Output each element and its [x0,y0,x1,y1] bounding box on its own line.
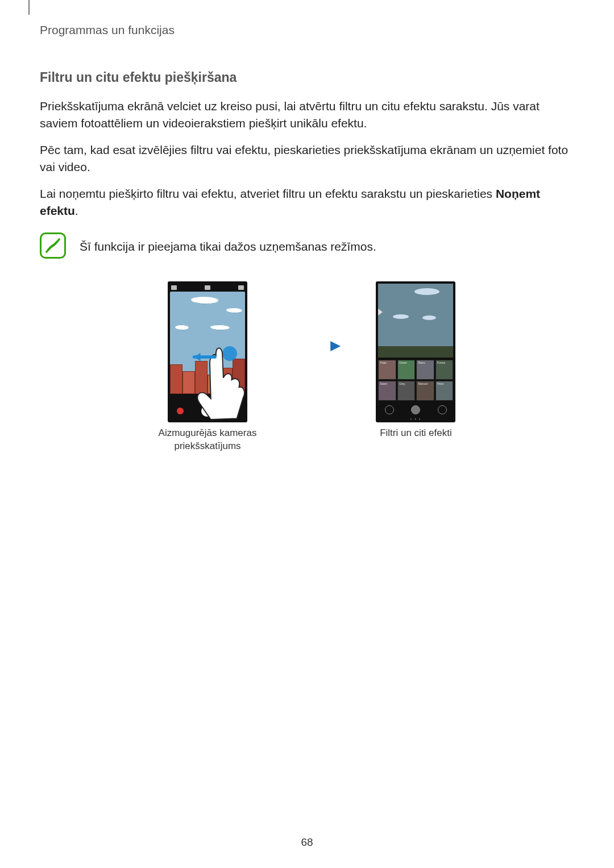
settings-icon [238,285,244,290]
record-icon [177,408,184,414]
face-icon [385,405,394,414]
subheading: Filtru un citu efektu piešķiršana [40,70,574,85]
page-number: 68 [0,836,614,849]
paragraph-3: Lai noņemtu piešķirto filtru vai efektu,… [40,185,574,220]
figure-right-caption: Filtri un citi efekti [380,427,452,440]
filter-thumb: Puķe [378,360,396,380]
filter-preview [378,284,453,358]
section-header: Programmas un funkcijas [40,23,574,37]
paragraph-3-c: . [75,204,78,217]
paragraph-3-a: Lai noņemtu piešķirto filtru vai efektu,… [40,187,496,200]
sticker-icon [438,405,447,414]
figure-right: Puķe Green Retro Forest Dawn Grey Maroon… [376,281,455,440]
flash-icon [205,285,210,290]
figure-row: Aizmugurējās kameras priekšskatījums [40,281,574,453]
note-text: Šī funkcija ir pieejama tikai dažos uzņe… [80,235,376,255]
filter-thumb: Green [397,360,416,380]
figure-left-caption: Aizmugurējās kameras priekšskatījums [159,427,257,453]
aspect-icon [171,285,177,290]
filter-thumb: Forest [435,360,454,380]
filter-grid: Puķe Green Retro Forest Dawn Grey Maroon… [378,360,453,401]
statusbar [171,285,244,290]
swipe-gesture-overlay [188,334,243,413]
figure-left-caption-line2: priekšskatījums [174,441,240,451]
paragraph-1: Priekšskatījuma ekrānā velciet uz kreiso… [40,98,574,132]
filter-icon [411,405,420,414]
filter-thumb: Retro [416,360,434,380]
pager-dots-icon: • • • [376,417,455,421]
filter-thumb: Grey [397,381,416,401]
page-edge-mark [28,0,30,15]
note-icon [40,232,66,259]
phone-filters: Puķe Green Retro Forest Dawn Grey Maroon… [376,281,455,422]
filter-thumb: Maroon [416,381,434,401]
filter-icon-row [376,405,455,414]
phone-preview [168,281,247,422]
chevron-left-icon [378,309,383,315]
filter-thumb: Haze [435,381,454,401]
note-callout: Šī funkcija ir pieejama tikai dažos uzņe… [40,235,574,259]
arrow-icon [291,338,342,357]
paragraph-2: Pēc tam, kad esat izvēlējies filtru vai … [40,142,574,176]
svg-marker-0 [194,352,201,361]
filter-thumb: Dawn [378,381,396,401]
figure-left: Aizmugurējās kameras priekšskatījums [159,281,257,453]
figure-left-caption-line1: Aizmugurējās kameras [159,427,257,438]
svg-marker-2 [331,341,341,351]
